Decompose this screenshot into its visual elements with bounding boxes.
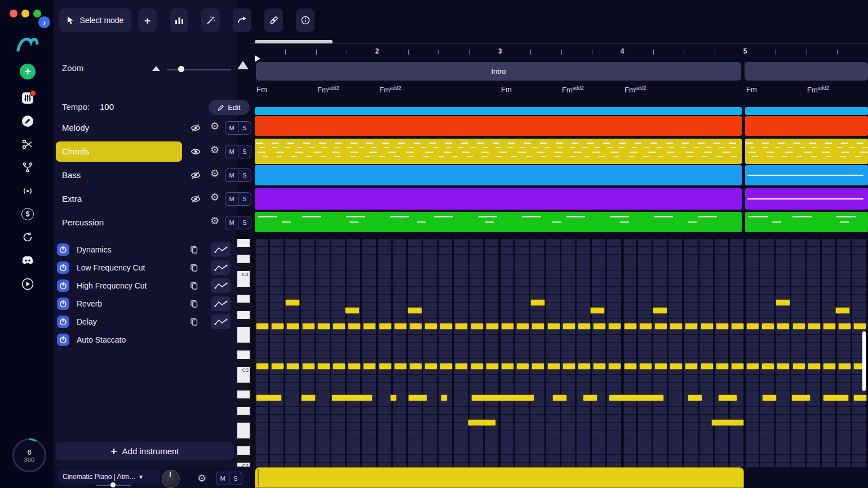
note[interactable] — [563, 363, 575, 370]
piano-key[interactable] — [237, 247, 250, 255]
tempo-edit-button[interactable]: Edit — [209, 100, 250, 115]
volume-slider-thumb[interactable] — [110, 482, 116, 487]
solo-button[interactable]: S — [238, 192, 251, 206]
chord-label[interactable]: Fm — [256, 85, 267, 94]
note[interactable] — [468, 419, 496, 426]
eye-off-icon[interactable] — [189, 170, 202, 181]
note[interactable] — [670, 363, 683, 370]
chord-label[interactable]: Fm — [501, 85, 512, 94]
mute-button[interactable]: M — [225, 121, 238, 135]
note[interactable] — [394, 323, 407, 330]
track-settings-icon[interactable]: ⚙ — [209, 121, 221, 132]
note[interactable] — [501, 323, 514, 330]
note[interactable] — [486, 323, 499, 330]
automation-button[interactable] — [211, 296, 231, 311]
note[interactable] — [348, 363, 361, 370]
note[interactable] — [471, 323, 484, 330]
note[interactable] — [731, 363, 744, 370]
note[interactable] — [624, 363, 637, 370]
mute-button[interactable]: M — [225, 145, 238, 158]
edit-button[interactable] — [21, 114, 34, 128]
piano-key[interactable] — [237, 391, 250, 399]
piano-key[interactable] — [237, 287, 250, 295]
note[interactable] — [685, 363, 698, 370]
note[interactable] — [853, 323, 866, 330]
solo-button[interactable]: S — [238, 121, 251, 135]
track-label-chords[interactable]: Chords — [62, 141, 89, 162]
note[interactable] — [363, 363, 376, 370]
track-settings-icon[interactable]: ⚙ — [209, 192, 221, 203]
clip-lane-3[interactable] — [745, 139, 868, 164]
note[interactable] — [501, 363, 514, 370]
note[interactable] — [547, 363, 560, 370]
automation-button[interactable] — [211, 260, 231, 275]
note[interactable] — [701, 363, 714, 370]
broadcast-button[interactable] — [21, 184, 34, 198]
chord-label[interactable]: Fm — [746, 85, 757, 94]
window-close-button[interactable] — [10, 10, 17, 17]
note[interactable] — [424, 363, 437, 370]
note[interactable] — [791, 394, 811, 401]
note[interactable] — [271, 363, 284, 370]
track-settings-icon[interactable]: ⚙ — [209, 168, 221, 179]
note[interactable] — [394, 363, 407, 370]
note[interactable] — [409, 323, 422, 330]
track-label-melody[interactable]: Melody — [62, 117, 89, 139]
note[interactable] — [761, 363, 774, 370]
note[interactable] — [731, 323, 744, 330]
note[interactable] — [363, 323, 376, 330]
history-button[interactable] — [21, 230, 34, 244]
track-label-extra[interactable]: Extra — [62, 188, 82, 210]
note[interactable] — [653, 307, 667, 314]
note[interactable] — [578, 363, 591, 370]
note[interactable] — [746, 323, 759, 330]
instrument-settings-icon[interactable]: ⚙ — [196, 473, 208, 484]
chord-label[interactable]: Fmadd2 — [317, 85, 339, 94]
note[interactable] — [808, 363, 821, 370]
mute-button[interactable]: M — [225, 192, 238, 206]
effect-power-toggle[interactable] — [57, 298, 69, 310]
clip-lane-6[interactable] — [745, 212, 868, 232]
note[interactable] — [823, 363, 836, 370]
solo-button[interactable]: S — [238, 145, 251, 158]
note[interactable] — [654, 363, 667, 370]
piano-key[interactable] — [237, 279, 250, 287]
note[interactable] — [256, 363, 269, 370]
note[interactable] — [593, 363, 606, 370]
note[interactable] — [838, 323, 851, 330]
clip-lane-1[interactable] — [745, 107, 868, 115]
mute-button[interactable]: M — [216, 472, 229, 485]
clip-lane-4[interactable] — [745, 165, 868, 185]
piano-key[interactable] — [237, 438, 250, 446]
note[interactable] — [333, 323, 346, 330]
effect-power-toggle[interactable] — [57, 243, 69, 256]
selected-clip[interactable] — [255, 467, 744, 488]
note[interactable] — [609, 394, 664, 401]
eye-off-icon[interactable] — [189, 122, 202, 134]
note[interactable] — [716, 323, 729, 330]
note[interactable] — [286, 323, 299, 330]
note[interactable] — [808, 323, 821, 330]
copy-icon[interactable] — [190, 299, 199, 309]
automation-button[interactable] — [211, 278, 231, 293]
note[interactable] — [256, 394, 282, 401]
note[interactable] — [486, 363, 499, 370]
note[interactable] — [317, 363, 330, 370]
piano-key[interactable] — [237, 359, 250, 367]
note[interactable] — [390, 394, 397, 401]
chord-label[interactable]: Fmadd2 — [807, 85, 829, 94]
note[interactable] — [718, 394, 737, 401]
note[interactable] — [823, 394, 849, 401]
note[interactable] — [471, 394, 534, 401]
piano-key[interactable] — [237, 319, 250, 327]
select-mode-button[interactable]: Select mode — [59, 8, 131, 32]
note[interactable] — [348, 323, 361, 330]
clip-lane-2[interactable] — [255, 116, 742, 136]
eye-icon[interactable] — [189, 146, 202, 157]
chord-label[interactable]: Fmadd2 — [379, 85, 401, 94]
note[interactable] — [716, 363, 729, 370]
note[interactable] — [578, 323, 591, 330]
clip-lane-4[interactable] — [255, 165, 742, 185]
note[interactable] — [746, 363, 759, 370]
note[interactable] — [424, 323, 437, 330]
